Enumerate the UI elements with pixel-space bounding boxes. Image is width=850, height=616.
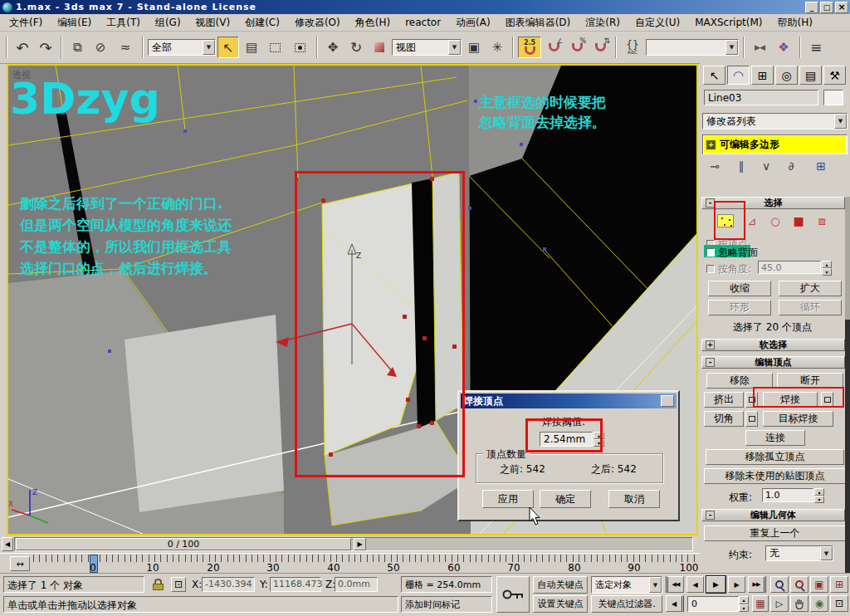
mirror-button[interactable]: ▶◀ bbox=[749, 37, 770, 58]
subobject-element-button[interactable]: ⧈ bbox=[812, 213, 832, 229]
select-by-name-button[interactable]: ▤ bbox=[241, 37, 262, 58]
panel-scrollbar[interactable] bbox=[845, 197, 850, 573]
object-color-swatch[interactable] bbox=[823, 90, 843, 105]
modifier-list-dropdown[interactable]: 修改器列表 ▼ bbox=[702, 113, 848, 130]
absolute-offset-toggle[interactable]: ⊡ bbox=[171, 577, 186, 592]
menu-item-edit[interactable]: 编辑(E) bbox=[50, 16, 99, 30]
extrude-button[interactable]: 挤出 bbox=[704, 392, 744, 408]
arc-rotate-button[interactable]: ◉ bbox=[810, 595, 828, 612]
menu-item-views[interactable]: 视图(V) bbox=[188, 16, 238, 30]
object-name-field[interactable]: Line03 bbox=[704, 90, 818, 105]
remove-unused-map-verts-button[interactable]: 移除未使用的贴图顶点 bbox=[704, 468, 846, 484]
title-bar[interactable]: 1.max - 3ds max 7 - Stand-alone License … bbox=[0, 0, 850, 14]
spinner-up-icon[interactable]: ▴ bbox=[739, 596, 749, 604]
minimize-button[interactable]: _ bbox=[805, 2, 818, 13]
maximize-button[interactable]: □ bbox=[820, 2, 833, 13]
align-button[interactable]: ❖ bbox=[772, 37, 795, 58]
grow-button[interactable]: 扩大 bbox=[779, 281, 842, 296]
remove-button[interactable]: 移除 bbox=[706, 373, 773, 389]
shrink-button[interactable]: 收缩 bbox=[708, 281, 771, 296]
repeat-last-button[interactable]: 重复上一个 bbox=[704, 526, 846, 541]
select-and-move-button[interactable]: ✥ bbox=[322, 37, 344, 58]
key-mode-toggle-button[interactable]: ◀ bbox=[666, 595, 684, 612]
time-configuration-button[interactable]: ▦ bbox=[752, 595, 769, 612]
select-and-scale-button[interactable] bbox=[369, 37, 390, 58]
rollout-edit-vertices-header[interactable]: - 编辑顶点 bbox=[701, 356, 845, 369]
weight-field[interactable]: 1.0 bbox=[762, 488, 813, 502]
chevron-down-icon[interactable]: ▼ bbox=[649, 577, 662, 593]
constraints-dropdown[interactable]: 无 ▼ bbox=[765, 545, 833, 561]
menu-item-maxscript[interactable]: MAXScript(M) bbox=[687, 17, 769, 28]
subobject-vertex-button[interactable] bbox=[716, 213, 735, 229]
chamfer-button[interactable]: 切角 bbox=[704, 411, 744, 427]
dialog-title-bar[interactable]: 焊接顶点 bbox=[461, 394, 677, 408]
weld-settings-button[interactable] bbox=[821, 392, 833, 408]
use-pivot-center-button[interactable]: ▣ bbox=[463, 37, 485, 58]
menu-item-animation[interactable]: 动画(A) bbox=[448, 16, 498, 30]
play-button[interactable]: ▶ bbox=[706, 576, 725, 593]
percent-snap-toggle[interactable]: % bbox=[566, 37, 588, 58]
weld-button[interactable]: 焊接 bbox=[763, 392, 818, 408]
weight-spinner[interactable]: ▴ ▾ bbox=[814, 488, 824, 502]
set-key-button[interactable]: 设置关键点 bbox=[533, 595, 588, 613]
spinner-up-icon[interactable]: ▴ bbox=[594, 432, 604, 439]
time-forward-button[interactable]: ▶ bbox=[354, 538, 366, 550]
by-angle-checkbox[interactable]: 按角度: bbox=[706, 262, 751, 276]
menu-item-reactor[interactable]: reactor bbox=[398, 17, 448, 28]
make-unique-button[interactable]: ∨ bbox=[756, 158, 776, 174]
angle-value-field[interactable]: 45.0 bbox=[758, 261, 821, 274]
chevron-down-icon[interactable]: ▼ bbox=[203, 40, 215, 55]
collapse-icon[interactable]: - bbox=[706, 511, 715, 520]
named-selection-sets-button[interactable]: {} ABC bbox=[621, 37, 644, 58]
reference-coordinate-dropdown[interactable]: 视图 ▼ bbox=[392, 39, 462, 56]
next-frame-button[interactable]: ▶ bbox=[728, 576, 745, 593]
expand-icon[interactable]: + bbox=[706, 140, 716, 149]
selection-lock-toggle[interactable] bbox=[149, 576, 166, 593]
tab-create[interactable]: ↖ bbox=[703, 66, 725, 85]
expand-icon[interactable]: + bbox=[706, 340, 715, 350]
x-coordinate-field[interactable]: -1430.394 bbox=[202, 577, 255, 592]
time-slider-handle[interactable]: 0 / 100 bbox=[16, 538, 351, 550]
stack-item-editable-poly[interactable]: + 可编辑多边形 bbox=[704, 136, 846, 153]
undo-button[interactable]: ↶ bbox=[12, 37, 33, 58]
menu-item-customize[interactable]: 自定义(U) bbox=[628, 16, 687, 30]
subobject-polygon-button[interactable]: ■ bbox=[789, 213, 808, 229]
chevron-down-icon[interactable]: ▼ bbox=[725, 40, 738, 55]
go-to-start-button[interactable]: ◀◀ bbox=[666, 576, 684, 593]
scrollbar-thumb[interactable] bbox=[845, 320, 850, 573]
menu-item-group[interactable]: 组(G) bbox=[148, 16, 188, 30]
chevron-down-icon[interactable]: ▼ bbox=[834, 114, 847, 129]
rectangular-selection-region-button[interactable] bbox=[264, 37, 286, 58]
dialog-close-button[interactable] bbox=[661, 395, 674, 407]
zoom-extents-all-button[interactable]: ⊞ bbox=[830, 576, 848, 593]
bind-to-space-warp-button[interactable]: ≈ bbox=[113, 37, 138, 58]
layer-manager-button[interactable]: ≡ bbox=[805, 37, 827, 58]
min-max-toggle-button[interactable]: ⊡ bbox=[830, 595, 848, 612]
menu-item-tools[interactable]: 工具(T) bbox=[99, 16, 148, 30]
close-button[interactable]: × bbox=[835, 2, 848, 13]
zoom-button[interactable] bbox=[770, 576, 789, 593]
named-selection-dropdown[interactable]: ▼ bbox=[646, 39, 739, 56]
target-weld-button[interactable]: 目标焊接 bbox=[763, 411, 833, 427]
tab-utilities[interactable]: ⚒ bbox=[823, 66, 846, 85]
spinner-down-icon[interactable]: ▾ bbox=[814, 496, 824, 503]
menu-item-graph-editors[interactable]: 图表编辑器(D) bbox=[498, 16, 579, 30]
configure-modifier-sets-button[interactable]: ⊞ bbox=[811, 158, 831, 174]
angle-snap-toggle[interactable]: ∠ bbox=[543, 37, 564, 58]
z-coordinate-field[interactable]: 0.0mm bbox=[335, 577, 378, 592]
window-crossing-toggle[interactable] bbox=[287, 37, 312, 58]
set-key-big-button[interactable] bbox=[496, 576, 530, 613]
track-bar[interactable]: ↔ 0 10 20 30 40 50 60 70 80 90 100 bbox=[0, 553, 700, 573]
unlink-selection-button[interactable]: ⊘ bbox=[90, 37, 111, 58]
menu-item-file[interactable]: 文件(F) bbox=[2, 16, 50, 30]
break-button[interactable]: 断开 bbox=[777, 373, 843, 389]
tab-hierarchy[interactable]: ⊞ bbox=[751, 66, 774, 85]
select-object-button[interactable]: ↖ bbox=[217, 37, 239, 58]
time-back-button[interactable]: ◀ bbox=[2, 537, 13, 551]
cancel-button[interactable]: 取消 bbox=[608, 490, 660, 508]
apply-button[interactable]: 应用 bbox=[482, 490, 534, 508]
spinner-down-icon[interactable]: ▾ bbox=[822, 268, 832, 276]
checkbox-icon[interactable] bbox=[706, 248, 715, 257]
y-coordinate-field[interactable]: 11168.473 bbox=[270, 577, 321, 592]
menu-item-help[interactable]: 帮助(H) bbox=[769, 16, 819, 30]
